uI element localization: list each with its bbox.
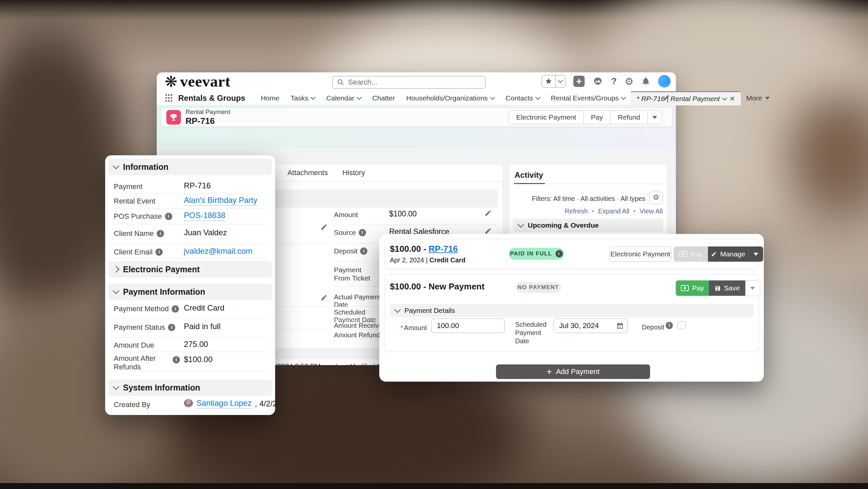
nav-tab-chatter[interactable]: Chatter bbox=[367, 92, 401, 105]
created-by-value: Santiago Lopez , 4/2/20 bbox=[184, 398, 275, 409]
save-dropdown[interactable] bbox=[745, 281, 760, 296]
payment-row-subtitle: Apr 2, 2024 | Credit Card bbox=[390, 256, 466, 264]
refresh-link[interactable]: Refresh bbox=[565, 207, 588, 215]
pay-manage-button-group: Pay Manage bbox=[674, 247, 763, 262]
favorites-dropdown[interactable] bbox=[555, 75, 565, 87]
edit-navigation-pencil-icon[interactable] bbox=[663, 94, 670, 101]
global-create-icon[interactable]: + bbox=[574, 76, 585, 87]
edit-amount-pencil-icon[interactable] bbox=[485, 209, 492, 217]
header-utility-icons: + ? ⚙ bbox=[541, 75, 671, 88]
info-icon[interactable]: i bbox=[173, 356, 180, 363]
info-icon[interactable]: i bbox=[165, 213, 172, 220]
veevart-logo-text: veevart bbox=[180, 74, 230, 89]
close-tab-icon[interactable]: ✕ bbox=[730, 95, 735, 103]
info-icon[interactable]: i bbox=[360, 248, 367, 255]
client-email-link[interactable]: jvaldez@kmail.com bbox=[184, 247, 252, 256]
pay-button[interactable]: Pay bbox=[676, 281, 709, 296]
user-avatar[interactable] bbox=[658, 75, 671, 88]
created-date-partial-value: /2024 2:53 PM bbox=[275, 362, 321, 365]
record-actions-dropdown[interactable] bbox=[647, 111, 662, 124]
amount-input[interactable] bbox=[431, 319, 505, 333]
amount-after-refunds-value: $100.00 bbox=[184, 355, 213, 364]
record-action-buttons: Electronic Payment Pay Refund bbox=[508, 110, 662, 124]
scheduled-payment-date-label: Scheduled Payment Date bbox=[515, 321, 546, 345]
edit-field-pencil-icon[interactable] bbox=[320, 294, 328, 301]
info-icon[interactable]: i bbox=[665, 322, 673, 329]
setup-gear-icon[interactable]: ⚙ bbox=[625, 76, 633, 87]
nav-tabs: Home Tasks Calendar Chatter Households/O… bbox=[255, 92, 775, 105]
client-name-label: Client Namei bbox=[114, 229, 164, 238]
edit-source-pencil-icon[interactable] bbox=[485, 227, 492, 235]
nav-tab-rp716-active[interactable]: * RP-716 | Rental Payment ✕ bbox=[631, 91, 741, 105]
save-icon bbox=[715, 285, 721, 291]
veevart-logo: ❋ veevart bbox=[165, 74, 230, 89]
nav-tab-households[interactable]: Households/Organizations bbox=[401, 92, 500, 105]
payment-status-label: Payment Statusi bbox=[114, 323, 175, 332]
electronic-payment-button[interactable]: Electronic Payment bbox=[610, 247, 671, 262]
info-icon[interactable]: i bbox=[359, 229, 366, 236]
tab-attachments[interactable]: Attachments bbox=[280, 165, 335, 181]
new-payment-title: $100.00 - New Payment bbox=[390, 282, 485, 292]
activity-tab[interactable]: Activity bbox=[515, 170, 543, 180]
expand-all-link[interactable]: Expand All bbox=[598, 207, 629, 215]
nav-tab-home[interactable]: Home bbox=[255, 92, 285, 105]
electronic-payment-section-header[interactable]: Electronic Payment bbox=[108, 261, 272, 278]
global-search[interactable] bbox=[332, 76, 486, 89]
trailhead-icon[interactable] bbox=[593, 76, 603, 86]
search-input[interactable] bbox=[347, 78, 481, 87]
background-bottom-strip bbox=[0, 483, 868, 489]
activity-filters-text[interactable]: Filters: All time · All activities · All… bbox=[532, 195, 646, 202]
rental-event-link[interactable]: Alan's Birthday Party bbox=[184, 196, 257, 206]
electronic-payment-button[interactable]: Electronic Payment bbox=[509, 111, 583, 124]
nav-more-menu[interactable]: More bbox=[741, 92, 775, 105]
rental-event-label: Rental Event bbox=[114, 197, 155, 205]
pos-purchase-link[interactable]: POS-18638 bbox=[184, 211, 225, 221]
deposit-checkbox[interactable] bbox=[678, 321, 685, 329]
favorites-group[interactable] bbox=[541, 75, 565, 88]
calendar-icon[interactable] bbox=[616, 322, 624, 330]
app-navigation-bar: Rentals & Groups Home Tasks Calendar Cha… bbox=[157, 92, 676, 105]
app-launcher-icon[interactable] bbox=[165, 94, 172, 102]
gear-icon: ⚙ bbox=[653, 193, 659, 202]
manage-button[interactable]: Manage bbox=[708, 247, 748, 262]
payment-details-section-header[interactable]: Payment Details bbox=[390, 304, 754, 317]
screenshot-root: ❋ veevart + ? bbox=[0, 0, 868, 489]
nav-tab-contacts[interactable]: Contacts bbox=[500, 92, 545, 105]
favorite-star-icon[interactable] bbox=[542, 75, 555, 87]
info-icon[interactable]: i bbox=[157, 230, 164, 237]
created-by-link[interactable]: Santiago Lopez bbox=[196, 398, 252, 409]
nav-tab-rental-events[interactable]: Rental Events/Groups bbox=[545, 92, 631, 105]
paid-in-full-badge: PAID IN FULL i bbox=[508, 248, 564, 260]
help-icon[interactable]: ? bbox=[611, 76, 617, 87]
upcoming-overdue-section[interactable]: Upcoming & Overdue bbox=[513, 219, 663, 232]
activity-filter-gear-button[interactable]: ⚙ bbox=[649, 191, 663, 204]
view-all-link[interactable]: View All bbox=[640, 207, 663, 215]
info-icon[interactable]: i bbox=[556, 250, 563, 257]
payment-record-link[interactable]: RP-716 bbox=[429, 244, 458, 254]
info-icon[interactable]: i bbox=[155, 249, 163, 256]
info-icon[interactable]: i bbox=[172, 305, 179, 313]
app-name: Rentals & Groups bbox=[178, 94, 245, 103]
information-section-header[interactable]: Information bbox=[108, 159, 272, 175]
card-icon bbox=[681, 285, 689, 291]
add-payment-button[interactable]: + Add Payment bbox=[496, 364, 650, 379]
nav-tab-calendar[interactable]: Calendar bbox=[320, 92, 366, 105]
pay-button[interactable]: Pay bbox=[583, 111, 610, 124]
pay-save-button-group: Pay Save bbox=[676, 280, 760, 296]
edit-field-pencil-icon[interactable] bbox=[320, 223, 328, 231]
notifications-bell-icon[interactable] bbox=[642, 77, 650, 86]
refund-button[interactable]: Refund bbox=[610, 111, 647, 124]
save-button[interactable]: Save bbox=[709, 281, 745, 296]
manage-dropdown[interactable] bbox=[748, 247, 763, 262]
system-information-section-header[interactable]: System Information bbox=[108, 379, 272, 396]
info-icon[interactable]: i bbox=[168, 324, 175, 331]
chevron-down-icon bbox=[113, 383, 119, 390]
payment-information-section-header[interactable]: Payment Information bbox=[108, 284, 272, 300]
nav-tab-tasks[interactable]: Tasks bbox=[285, 92, 321, 105]
amount-field-label: Amount bbox=[334, 211, 358, 219]
pay-button-disabled[interactable]: Pay bbox=[674, 247, 708, 262]
no-payment-badge: NO PAYMENT bbox=[516, 282, 561, 293]
payment-method-value: Credit Card bbox=[184, 303, 224, 313]
amount-due-label: Amount Due bbox=[114, 341, 154, 350]
tab-history[interactable]: History bbox=[335, 165, 372, 181]
